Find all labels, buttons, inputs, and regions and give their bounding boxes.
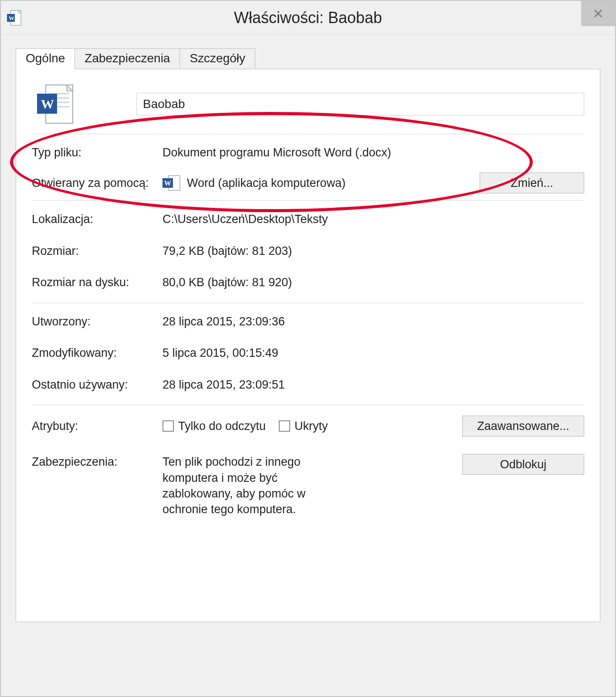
tab-general[interactable]: Ogólne: [16, 48, 75, 69]
size-on-disk-label: Rozmiar na dysku:: [32, 274, 162, 290]
change-button[interactable]: Zmień...: [480, 173, 584, 193]
row-modified: Zmodyfikowany: 5 lipca 2015, 00:15:49: [32, 345, 584, 361]
annotation-ellipse: [10, 112, 533, 212]
general-panel: W Baobab Typ pliku: Dokument programu Mi…: [16, 69, 600, 622]
word-app-icon: W: [162, 174, 181, 192]
file-header: W Baobab: [32, 82, 584, 126]
tabs: Ogólne Zabezpieczenia Szczegóły: [16, 48, 600, 69]
modified-label: Zmodyfikowany:: [32, 345, 162, 361]
created-value: 28 lipca 2015, 23:09:36: [162, 314, 584, 329]
separator: [32, 200, 584, 201]
opens-with-label: Otwierany za pomocą:: [32, 175, 162, 191]
close-icon: [593, 8, 603, 19]
accessed-value: 28 lipca 2015, 23:09:51: [162, 377, 584, 392]
row-security: Zabezpieczenia: Ten plik pochodzi z inne…: [32, 454, 584, 518]
properties-dialog: W Właściwości: Baobab Ogólne Zabezpiecze…: [0, 0, 616, 697]
svg-text:W: W: [41, 97, 54, 111]
row-location: Lokalizacja: C:\Users\Uczeń\Desktop\Teks…: [32, 211, 584, 227]
modified-value: 5 lipca 2015, 00:15:49: [162, 345, 584, 361]
created-label: Utworzony:: [32, 314, 162, 329]
security-text: Ten plik pochodzi z innego komputera i m…: [162, 454, 345, 518]
separator: [32, 405, 584, 405]
tab-security[interactable]: Zabezpieczenia: [74, 48, 180, 69]
hidden-checkbox[interactable]: Ukryty: [279, 418, 328, 434]
row-accessed: Ostatnio używany: 28 lipca 2015, 23:09:5…: [32, 377, 584, 392]
readonly-label: Tylko do odczytu: [178, 418, 266, 434]
size-value: 79,2 KB (bajtów: 81 203): [162, 243, 584, 259]
row-created: Utworzony: 28 lipca 2015, 23:09:36: [32, 314, 584, 329]
attributes-label: Atrybuty:: [32, 418, 162, 434]
row-size-on-disk: Rozmiar na dysku: 80,0 KB (bajtów: 81 92…: [32, 274, 584, 290]
dialog-content: Ogólne Zabezpieczenia Szczegóły: [1, 35, 615, 622]
size-label: Rozmiar:: [32, 243, 162, 259]
checkbox-box-icon: [279, 420, 290, 432]
filename-text: Baobab: [143, 97, 185, 111]
location-value: C:\Users\Uczeń\Desktop\Teksty: [162, 211, 584, 227]
tab-details[interactable]: Szczegóły: [179, 48, 255, 69]
hidden-label: Ukryty: [294, 418, 328, 434]
accessed-label: Ostatnio używany:: [32, 377, 162, 392]
svg-text:W: W: [9, 15, 14, 21]
unblock-button[interactable]: Odblokuj: [462, 454, 584, 475]
close-button[interactable]: [581, 1, 615, 26]
filename-input[interactable]: Baobab: [136, 93, 584, 115]
checkbox-box-icon: [162, 420, 174, 432]
row-file-type: Typ pliku: Dokument programu Microsoft W…: [32, 145, 584, 160]
row-opens-with: Otwierany za pomocą: W Word (aplikacja k…: [32, 173, 584, 193]
size-on-disk-value: 80,0 KB (bajtów: 81 920): [162, 274, 584, 290]
separator: [32, 303, 584, 303]
row-size: Rozmiar: 79,2 KB (bajtów: 81 203): [32, 243, 584, 259]
opens-with-value: Word (aplikacja komputerowa): [187, 175, 345, 191]
file-type-value: Dokument programu Microsoft Word (.docx): [162, 145, 584, 160]
svg-text:W: W: [164, 179, 171, 187]
security-label: Zabezpieczenia:: [32, 454, 162, 470]
row-attributes: Atrybuty: Tylko do odczytu Ukryty Zaawan…: [32, 416, 584, 436]
window-title: Właściwości: Baobab: [234, 9, 382, 27]
file-type-label: Typ pliku:: [32, 145, 162, 160]
word-document-icon: W: [36, 82, 75, 126]
titlebar: W Właściwości: Baobab: [1, 1, 615, 35]
separator: [32, 134, 584, 134]
app-icon: W: [7, 10, 22, 26]
readonly-checkbox[interactable]: Tylko do odczytu: [162, 418, 266, 434]
advanced-button[interactable]: Zaawansowane...: [462, 416, 584, 436]
location-label: Lokalizacja:: [32, 211, 162, 227]
